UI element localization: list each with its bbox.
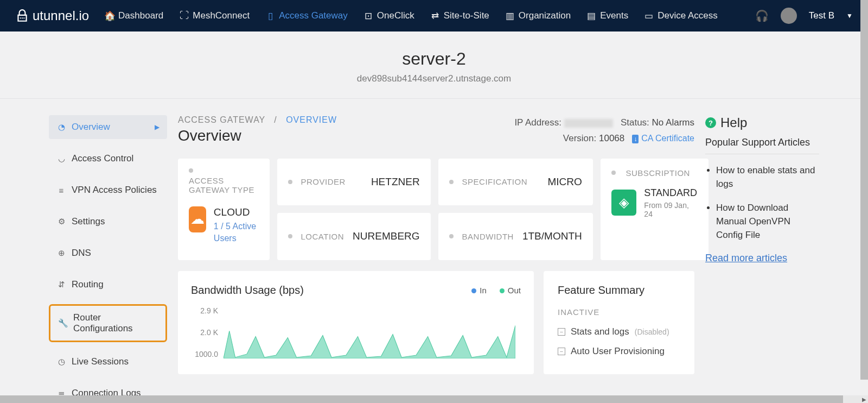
- sidebar-item-access-control[interactable]: ◡Access Control: [49, 147, 167, 171]
- provider-value: HETZNER: [371, 176, 420, 188]
- card-label: LOCATION: [301, 232, 344, 241]
- dot-icon: [288, 234, 292, 238]
- breadcrumb-root[interactable]: ACCESS GATEWAY: [178, 115, 265, 124]
- scrollbar-thumb[interactable]: [860, 0, 868, 380]
- home-icon: 🏠: [105, 11, 114, 20]
- server-icon: ▯: [266, 11, 275, 20]
- version-value: 10068: [599, 133, 624, 143]
- card-label: ACCESS GATEWAY TYPE: [189, 176, 259, 194]
- legend-dot-out: [500, 288, 505, 293]
- card-provider: PROVIDER HETZNER: [277, 159, 431, 205]
- ip-label: IP Address:: [514, 117, 561, 128]
- server-hostname: dev898sub4144server2.utnstage.com: [0, 73, 868, 84]
- nav-access-gateway[interactable]: ▯Access Gateway: [266, 1, 348, 31]
- bandwidth-value: 1TB/MONTH: [522, 230, 582, 242]
- minus-icon: −: [558, 348, 565, 355]
- brand-text: utunnel.io: [33, 8, 89, 23]
- legend-label: In: [480, 286, 487, 295]
- scrollbar-vertical[interactable]: [860, 0, 868, 395]
- sidebar-item-label: Settings: [72, 216, 105, 227]
- globe-icon: ⊕: [56, 248, 66, 258]
- bandwidth-chart-card: Bandwidth Usage (bps) In Out 2.9 K 2.0 K…: [178, 271, 534, 374]
- chart-legend: In Out: [471, 286, 521, 295]
- sidebar: ◔Overview▶ ◡Access Control ≡VPN Access P…: [49, 115, 167, 403]
- feature-section: INACTIVE: [558, 307, 680, 317]
- card-label: BANDWIDTH: [462, 232, 514, 241]
- card-specification: SPECIFICATION MICRO: [438, 159, 593, 205]
- scrollbar-thumb[interactable]: [0, 395, 843, 403]
- type-sub: 1 / 5 Active Users: [214, 221, 259, 245]
- sidebar-item-live-sessions[interactable]: ◷Live Sessions: [49, 350, 167, 374]
- nav-label: Site-to-Site: [444, 10, 489, 21]
- divider: [705, 154, 819, 154]
- svg-point-2: [23, 17, 24, 18]
- feature-item-label: Stats and logs: [571, 326, 629, 337]
- nav-label: Device Access: [658, 10, 718, 21]
- chevron-right-icon: ▶: [155, 123, 159, 131]
- card-location: LOCATION NUREMBERG: [277, 213, 431, 260]
- list-icon: ▤: [587, 11, 596, 20]
- sidebar-item-dns[interactable]: ⊕DNS: [49, 241, 167, 265]
- nav-oneclick[interactable]: ⊡OneClick: [364, 1, 414, 31]
- monitor-icon: ▭: [644, 11, 653, 20]
- sidebar-item-routing[interactable]: ⇵Routing: [49, 273, 167, 297]
- svg-point-0: [20, 17, 21, 18]
- page-title: Overview: [178, 127, 337, 144]
- ca-certificate-link[interactable]: CA Certificate: [641, 134, 694, 143]
- nav-dashboard[interactable]: 🏠Dashboard: [105, 1, 163, 31]
- feature-summary-card: Feature Summary INACTIVE − Stats and log…: [544, 271, 694, 374]
- cloud-icon: ☁: [189, 206, 206, 232]
- nav-organization[interactable]: ▥Organization: [506, 1, 571, 31]
- sidebar-item-label: Router Configurations: [73, 312, 158, 334]
- help-article-link[interactable]: How to enable stats and logs: [716, 164, 819, 191]
- avatar[interactable]: [781, 8, 797, 24]
- server-header: server-2 dev898sub4144server2.utnstage.c…: [0, 32, 868, 99]
- svg-point-1: [22, 17, 23, 18]
- sidebar-item-label: VPN Access Policies: [72, 185, 157, 196]
- ip-value-redacted: [564, 119, 613, 128]
- breadcrumb-sep: /: [274, 115, 277, 124]
- read-more-link[interactable]: Read more articles: [705, 253, 819, 264]
- server-title: server-2: [0, 49, 868, 69]
- feature-item-stats[interactable]: − Stats and logs (Disabled): [558, 322, 680, 342]
- sidebar-item-label: Routing: [72, 279, 104, 290]
- support-icon[interactable]: 🎧: [755, 9, 769, 22]
- sidebar-item-label: Access Control: [72, 153, 133, 164]
- nav-device-access[interactable]: ▭Device Access: [644, 1, 718, 31]
- sidebar-item-settings[interactable]: ⚙Settings: [49, 210, 167, 234]
- nav-meshconnect[interactable]: ⛶MeshConnect: [180, 1, 250, 31]
- help-subtitle: Popular Support Articles: [705, 137, 819, 148]
- minus-icon: −: [558, 328, 565, 336]
- user-icon: ◡: [56, 154, 66, 163]
- breadcrumb: ACCESS GATEWAY / OVERVIEW: [178, 115, 337, 125]
- download-icon[interactable]: ↓: [632, 135, 639, 143]
- feature-item-suffix: (Disabled): [635, 328, 669, 336]
- scroll-right-icon[interactable]: ▶: [860, 395, 868, 403]
- scrollbar-horizontal[interactable]: ▶: [0, 395, 860, 403]
- card-label: PROVIDER: [301, 177, 346, 186]
- user-name: Test B: [809, 10, 834, 21]
- policy-icon: ≡: [56, 186, 66, 195]
- summary-cards: ACCESS GATEWAY TYPE ☁ CLOUD 1 / 5 Active…: [178, 159, 694, 260]
- help-article-link[interactable]: How to Download Manual OpenVPN Config Fi…: [716, 202, 819, 242]
- legend-dot-in: [471, 288, 476, 293]
- card-label: SUBSCRIPTION: [626, 168, 690, 178]
- location-value: NUREMBERG: [353, 230, 420, 242]
- y-tick: 2.9 K: [191, 306, 218, 315]
- nav-label: MeshConnect: [193, 10, 250, 21]
- dot-icon: [449, 180, 454, 184]
- nav-site-to-site[interactable]: ⇄Site-to-Site: [431, 1, 489, 31]
- nav-label: Dashboard: [118, 10, 163, 21]
- sidebar-item-router-configurations[interactable]: 🔧Router Configurations: [49, 304, 167, 342]
- clock-icon: ◷: [56, 357, 66, 367]
- feature-item-auto-provision[interactable]: − Auto User Provisioning: [558, 342, 680, 361]
- status-label: Status:: [621, 117, 649, 128]
- chevron-down-icon[interactable]: ▼: [846, 12, 853, 20]
- brand-logo[interactable]: utunnel.io: [15, 8, 89, 23]
- nav-events[interactable]: ▤Events: [587, 1, 628, 31]
- link-icon: ⇄: [431, 11, 439, 20]
- nav-label: Organization: [519, 10, 571, 21]
- sidebar-item-overview[interactable]: ◔Overview▶: [49, 115, 167, 139]
- sidebar-item-vpn-policies[interactable]: ≡VPN Access Policies: [49, 178, 167, 202]
- type-value: CLOUD: [214, 206, 259, 218]
